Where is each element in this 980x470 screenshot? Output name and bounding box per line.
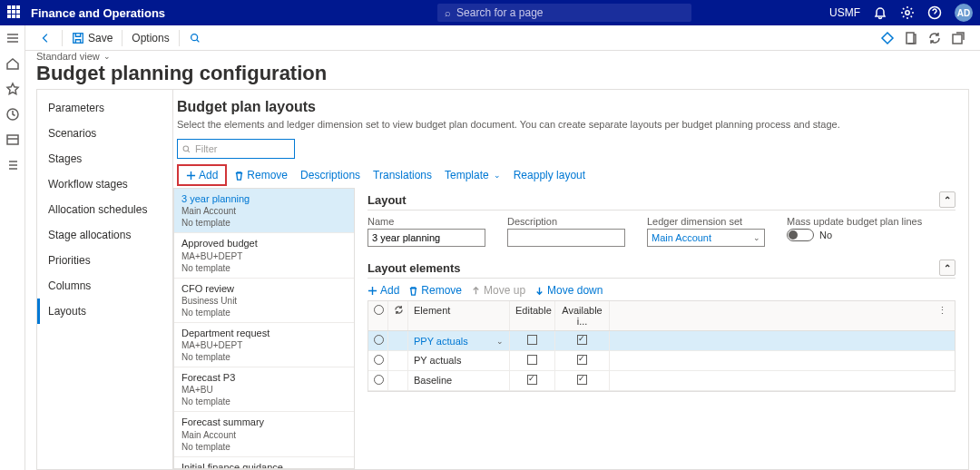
- layout-row[interactable]: Approved budgetMA+BU+DEPTNo template: [174, 233, 354, 278]
- sidebar-item[interactable]: Stages: [37, 146, 172, 171]
- translations-button[interactable]: Translations: [368, 167, 437, 183]
- popout-icon[interactable]: [951, 31, 965, 45]
- star-icon[interactable]: [5, 82, 20, 96]
- help-icon[interactable]: [927, 5, 942, 20]
- sidebar-item[interactable]: Priorities: [37, 248, 172, 273]
- sidebar-item[interactable]: Scenarios: [37, 121, 172, 146]
- sidebar-item[interactable]: Layouts: [37, 299, 172, 324]
- sidebar-item[interactable]: Stage allocations: [37, 222, 172, 248]
- global-search[interactable]: ⌕ Search for a page: [437, 4, 691, 22]
- top-navbar: Finance and Operations ⌕ Search for a pa…: [0, 0, 980, 25]
- hamburger-icon[interactable]: [5, 31, 20, 45]
- layout-row[interactable]: 3 year planningMain AccountNo template: [174, 189, 354, 233]
- search-action[interactable]: [181, 30, 209, 46]
- sidebar-item[interactable]: Allocation schedules: [37, 197, 172, 222]
- add-element-button[interactable]: Add: [368, 284, 399, 297]
- refresh-icon[interactable]: [927, 31, 942, 45]
- search-icon: ⌕: [445, 7, 451, 18]
- layout-row[interactable]: Forecast summaryMain AccountNo template: [174, 412, 354, 456]
- descriptions-button[interactable]: Descriptions: [295, 167, 366, 183]
- grid-row[interactable]: Baseline: [368, 371, 955, 391]
- layout-detail: Layout ⌃ Name Description Led: [355, 188, 956, 469]
- add-layout-button[interactable]: Add: [177, 164, 227, 186]
- save-button[interactable]: Save: [64, 30, 120, 46]
- main-card: ParametersScenariosStagesWorkflow stages…: [36, 89, 969, 470]
- filter-input[interactable]: Filter: [177, 139, 295, 159]
- chevron-down-icon: ⌄: [753, 233, 760, 242]
- svg-point-8: [183, 146, 189, 152]
- desc-label: Description: [507, 216, 625, 227]
- svg-rect-6: [906, 33, 914, 44]
- attach-icon[interactable]: [904, 31, 918, 45]
- svg-point-0: [906, 11, 909, 15]
- elements-grid: Element Editable Available i... ⋮ PPY ac…: [368, 300, 956, 392]
- collapse-button[interactable]: ⌃: [939, 259, 956, 276]
- element-column[interactable]: Element: [408, 301, 510, 330]
- waffle-icon[interactable]: [7, 5, 22, 20]
- sidebar-item[interactable]: Parameters: [37, 95, 172, 121]
- mass-update-toggle[interactable]: [787, 229, 814, 241]
- remove-layout-button[interactable]: Remove: [229, 167, 293, 183]
- layout-list[interactable]: 3 year planningMain AccountNo templateAp…: [173, 188, 355, 469]
- view-selector[interactable]: Standard view ⌄: [36, 51, 327, 62]
- search-placeholder: Search for a page: [456, 6, 543, 19]
- layout-row[interactable]: Initial finance guidanceMA+BU+DEPTNo tem…: [174, 457, 354, 469]
- brand-label: Finance and Operations: [31, 6, 165, 20]
- desc-input[interactable]: [507, 229, 625, 247]
- layout-toolbar: Add Remove Descriptions Translations Tem…: [177, 164, 956, 186]
- company-label[interactable]: USMF: [829, 6, 860, 19]
- chevron-down-icon: ⌄: [494, 171, 501, 180]
- mass-value: No: [819, 230, 832, 240]
- layout-row[interactable]: CFO reviewBusiness UnitNo template: [174, 279, 354, 323]
- module-icon[interactable]: [5, 132, 20, 147]
- moveup-button[interactable]: Move up: [471, 284, 525, 297]
- movedown-button[interactable]: Move down: [534, 284, 603, 297]
- dim-select[interactable]: Main Account ⌄: [647, 229, 765, 247]
- name-label: Name: [368, 216, 485, 227]
- template-dropdown[interactable]: Template⌄: [439, 167, 506, 183]
- left-rail: [0, 25, 25, 470]
- action-bar: Save Options: [25, 25, 980, 51]
- svg-point-5: [191, 34, 197, 40]
- elements-section-head: Layout elements ⌃: [368, 256, 956, 279]
- options-button[interactable]: Options: [124, 30, 176, 46]
- layout-row[interactable]: Forecast P3MA+BUNo template: [174, 367, 354, 412]
- avatar[interactable]: AD: [955, 4, 973, 22]
- layout-row[interactable]: Department requestMA+BU+DEPTNo template: [174, 323, 354, 367]
- name-input[interactable]: [368, 229, 485, 247]
- reapply-button[interactable]: Reapply layout: [508, 167, 591, 183]
- content-pane: Budget plan layouts Select the elements …: [173, 90, 968, 469]
- elements-toolbar: Add Remove Move up Move down: [368, 284, 956, 297]
- grid-more[interactable]: ⋮: [930, 301, 955, 330]
- config-sidebar: ParametersScenariosStagesWorkflow stages…: [37, 90, 173, 469]
- sidebar-item[interactable]: Workflow stages: [37, 171, 172, 197]
- editable-column[interactable]: Editable: [510, 301, 555, 330]
- select-all-column[interactable]: [368, 301, 388, 330]
- home-icon[interactable]: [5, 56, 20, 71]
- remove-element-button[interactable]: Remove: [408, 284, 462, 297]
- grid-row[interactable]: PY actuals: [368, 351, 955, 371]
- back-button[interactable]: [33, 30, 60, 46]
- list-icon[interactable]: [5, 158, 20, 172]
- mass-label: Mass update budget plan lines: [787, 216, 922, 227]
- refresh-column[interactable]: [388, 301, 408, 330]
- content-heading: Budget plan layouts: [177, 99, 956, 115]
- bell-icon[interactable]: [873, 5, 887, 20]
- dim-label: Ledger dimension set: [647, 216, 765, 227]
- diamond-icon[interactable]: [880, 31, 895, 45]
- clock-icon[interactable]: [5, 107, 20, 122]
- content-description: Select the elements and ledger dimension…: [177, 119, 956, 130]
- svg-rect-7: [953, 34, 962, 44]
- page-header: Standard view ⌄ Budget planning configur…: [36, 51, 327, 85]
- collapse-button[interactable]: ⌃: [939, 191, 956, 208]
- svg-rect-3: [7, 135, 18, 144]
- chevron-down-icon: ⌄: [103, 52, 111, 61]
- page-title: Budget planning configuration: [36, 62, 327, 85]
- grid-row[interactable]: PPY actuals⌄: [368, 331, 955, 351]
- sidebar-item[interactable]: Columns: [37, 273, 172, 299]
- grid-header: Element Editable Available i... ⋮: [368, 301, 955, 331]
- available-column[interactable]: Available i...: [555, 301, 610, 330]
- gear-icon[interactable]: [900, 5, 915, 20]
- svg-rect-4: [74, 33, 83, 43]
- layout-section-head: Layout ⌃: [368, 188, 956, 211]
